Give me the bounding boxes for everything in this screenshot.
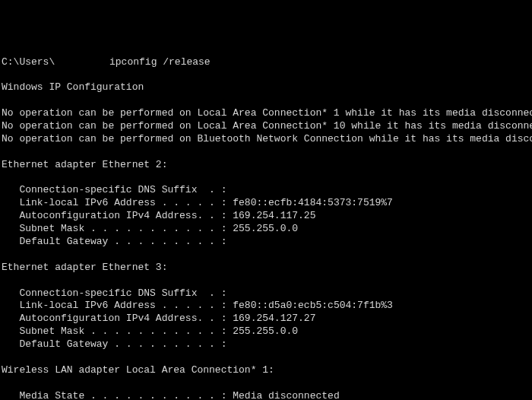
blank-line bbox=[2, 68, 530, 81]
row-label: Media State . . . . . . . . . . . : bbox=[2, 390, 226, 400]
warning-message: No operation can be performed on Bluetoo… bbox=[2, 133, 530, 146]
row-value: fe80::ecfb:4184:5373:7519%7 bbox=[226, 197, 392, 208]
warning-message: No operation can be performed on Local A… bbox=[2, 120, 530, 133]
adapter-row: Autoconfiguration IPv4 Address. . : 169.… bbox=[2, 210, 530, 223]
row-value: 255.255.0.0 bbox=[226, 325, 298, 337]
row-label: Connection-specific DNS Suffix . : bbox=[2, 184, 226, 195]
row-value: fe80::d5a0:ecb5:c504:7f1b%3 bbox=[226, 300, 392, 311]
prompt-prefix: C:\Users\ bbox=[2, 56, 55, 68]
prompt-command: ipconfig /release bbox=[103, 56, 210, 68]
row-label: Subnet Mask . . . . . . . . . . . : bbox=[2, 325, 226, 337]
row-label: Default Gateway . . . . . . . . . : bbox=[2, 338, 226, 350]
warning-message: No operation can be performed on Local A… bbox=[2, 107, 530, 120]
adapter-row: Connection-specific DNS Suffix . : bbox=[2, 184, 530, 197]
row-label: Connection-specific DNS Suffix . : bbox=[2, 287, 226, 299]
adapter-row: Link-local IPv6 Address . . . . . : fe80… bbox=[2, 197, 530, 210]
row-value: 169.254.117.25 bbox=[226, 210, 315, 221]
row-label: Default Gateway . . . . . . . . . : bbox=[2, 236, 226, 247]
adapter-title: Ethernet adapter Ethernet 3: bbox=[2, 262, 530, 275]
adapter-row: Subnet Mask . . . . . . . . . . . : 255.… bbox=[2, 325, 530, 338]
blank-line bbox=[2, 275, 530, 287]
row-value: 255.255.0.0 bbox=[226, 223, 298, 234]
adapter-row: Default Gateway . . . . . . . . . : bbox=[2, 236, 530, 249]
redacted-username bbox=[55, 58, 103, 68]
adapter-row: Link-local IPv6 Address . . . . . : fe80… bbox=[2, 300, 530, 313]
adapter-title: Wireless LAN adapter Local Area Connecti… bbox=[2, 364, 530, 377]
terminal-output[interactable]: C:\Users\ ipconfig /release Windows IP C… bbox=[2, 56, 530, 400]
row-label: Link-local IPv6 Address . . . . . : bbox=[2, 300, 226, 311]
blank-line bbox=[2, 146, 530, 159]
blank-line bbox=[2, 377, 530, 390]
row-value: 169.254.127.27 bbox=[226, 313, 315, 324]
adapter-row: Connection-specific DNS Suffix . : bbox=[2, 287, 530, 300]
adapter-row: Subnet Mask . . . . . . . . . . . : 255.… bbox=[2, 223, 530, 236]
adapter-row: Autoconfiguration IPv4 Address. . : 169.… bbox=[2, 313, 530, 325]
blank-line bbox=[2, 94, 530, 107]
section-header: Windows IP Configuration bbox=[2, 81, 530, 94]
blank-line bbox=[2, 249, 530, 262]
adapter-row: Media State . . . . . . . . . . . : Medi… bbox=[2, 390, 530, 400]
blank-line bbox=[2, 351, 530, 364]
prompt-line: C:\Users\ ipconfig /release bbox=[2, 56, 530, 69]
blank-line bbox=[2, 172, 530, 185]
row-label: Autoconfiguration IPv4 Address. . : bbox=[2, 313, 226, 324]
row-label: Subnet Mask . . . . . . . . . . . : bbox=[2, 223, 226, 234]
adapter-row: Default Gateway . . . . . . . . . : bbox=[2, 338, 530, 351]
row-label: Link-local IPv6 Address . . . . . : bbox=[2, 197, 226, 208]
adapter-title: Ethernet adapter Ethernet 2: bbox=[2, 159, 530, 172]
row-label: Autoconfiguration IPv4 Address. . : bbox=[2, 210, 226, 221]
row-value: Media disconnected bbox=[226, 390, 339, 400]
